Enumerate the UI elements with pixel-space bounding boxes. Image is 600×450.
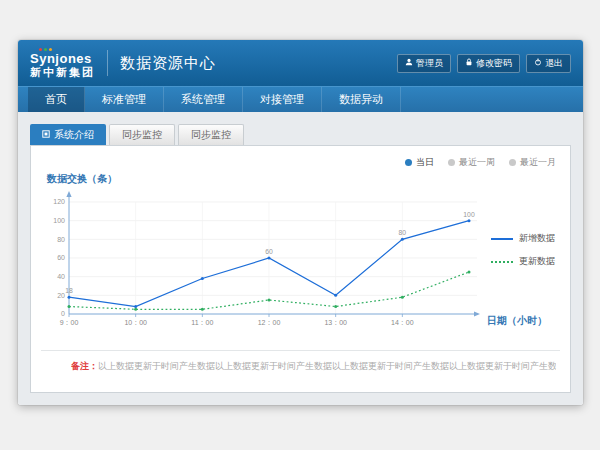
header-actions: 管理员 修改密码 退出 (397, 54, 571, 73)
dotted-line-icon (491, 261, 513, 263)
svg-text:14：00: 14：00 (391, 319, 414, 326)
header-divider (107, 50, 108, 76)
chart-panel: 当日 最近一周 最近一月 数据交换（条） 0204060801001209：00… (30, 145, 571, 393)
logo-primary-text: Synjones (30, 52, 95, 66)
radio-dot-icon (405, 159, 412, 166)
svg-text:40: 40 (57, 273, 65, 280)
footnote-label: 备注： (71, 361, 98, 371)
solid-line-icon (491, 238, 513, 240)
filter-last-month[interactable]: 最近一月 (509, 156, 556, 169)
desktop-canvas: Synjones 新中新集团 数据资源中心 管理员 修改密码 (0, 0, 600, 450)
nav-item-connect-mgmt[interactable]: 对接管理 (243, 87, 322, 112)
svg-text:10：00: 10：00 (124, 319, 147, 326)
svg-text:60: 60 (57, 254, 65, 261)
app-header: Synjones 新中新集团 数据资源中心 管理员 修改密码 (18, 40, 583, 86)
svg-text:100: 100 (53, 217, 65, 224)
filter-label: 当日 (416, 156, 434, 169)
svg-text:12：00: 12：00 (258, 319, 281, 326)
svg-text:11：00: 11：00 (191, 319, 213, 326)
app-window: Synjones 新中新集团 数据资源中心 管理员 修改密码 (18, 40, 583, 405)
footnote: 备注：以上数据更新于时间产生数据以上数据更新于时间产生数据以上数据更新于时间产生… (71, 360, 556, 373)
x-axis-title: 日期（小时） (487, 314, 547, 328)
logo-secondary-text: 新中新集团 (30, 67, 95, 79)
nav-item-home[interactable]: 首页 (28, 87, 85, 112)
note-divider (41, 350, 560, 351)
radio-dot-icon (448, 159, 455, 166)
change-password-label: 修改密码 (476, 57, 512, 70)
svg-text:13：00: 13：00 (324, 319, 347, 326)
page-title: 数据资源中心 (120, 54, 216, 73)
svg-text:9：00: 9：00 (60, 319, 79, 326)
logout-button[interactable]: 退出 (526, 54, 571, 73)
legend-item-new-data[interactable]: 新增数据 (491, 232, 555, 245)
legend-label: 新增数据 (519, 232, 555, 245)
filter-label: 最近一月 (520, 156, 556, 169)
footnote-text: 以上数据更新于时间产生数据以上数据更新于时间产生数据以上数据更新于时间产生数据以… (98, 361, 556, 371)
admin-user-button[interactable]: 管理员 (397, 54, 451, 73)
svg-text:80: 80 (399, 229, 407, 236)
tab-bar: 系统介绍 同步监控 同步监控 (30, 124, 571, 145)
tab-label: 系统介绍 (54, 128, 94, 142)
legend-item-updated-data[interactable]: 更新数据 (491, 255, 555, 268)
main-nav: 首页 标准管理 系统管理 对接管理 数据异动 (18, 86, 583, 112)
tab-sync-monitor-1[interactable]: 同步监控 (109, 124, 175, 145)
svg-text:80: 80 (57, 236, 65, 243)
filter-today[interactable]: 当日 (405, 156, 434, 169)
brand-logo: Synjones 新中新集团 (30, 48, 95, 78)
user-icon (405, 58, 413, 68)
radio-dot-icon (509, 159, 516, 166)
svg-text:120: 120 (53, 198, 65, 205)
y-axis-title: 数据交换（条） (47, 172, 117, 186)
svg-text:100: 100 (463, 211, 475, 218)
filter-last-week[interactable]: 最近一周 (448, 156, 495, 169)
filter-label: 最近一周 (459, 156, 495, 169)
logout-label: 退出 (545, 57, 563, 70)
tab-system-intro[interactable]: 系统介绍 (30, 124, 106, 145)
tab-label: 同步监控 (191, 128, 231, 142)
admin-user-label: 管理员 (416, 57, 443, 70)
legend-label: 更新数据 (519, 255, 555, 268)
svg-text:20: 20 (57, 292, 65, 299)
nav-item-system-mgmt[interactable]: 系统管理 (164, 87, 243, 112)
grid-icon (42, 129, 50, 140)
line-chart: 0204060801001209：0010：0011：0012：0013：001… (43, 188, 483, 336)
content-area: 系统介绍 同步监控 同步监控 当日 最近一周 (18, 112, 583, 405)
svg-text:0: 0 (61, 310, 65, 317)
lock-icon (465, 58, 473, 68)
logout-icon (534, 58, 542, 68)
svg-text:60: 60 (265, 248, 273, 255)
series-legend: 新增数据 更新数据 (491, 232, 555, 268)
tab-label: 同步监控 (122, 128, 162, 142)
nav-item-data-change[interactable]: 数据异动 (322, 87, 401, 112)
tab-sync-monitor-2[interactable]: 同步监控 (178, 124, 244, 145)
svg-text:18: 18 (65, 287, 73, 294)
time-filter-group: 当日 最近一周 最近一月 (405, 156, 556, 169)
change-password-button[interactable]: 修改密码 (457, 54, 520, 73)
nav-item-standard-mgmt[interactable]: 标准管理 (85, 87, 164, 112)
